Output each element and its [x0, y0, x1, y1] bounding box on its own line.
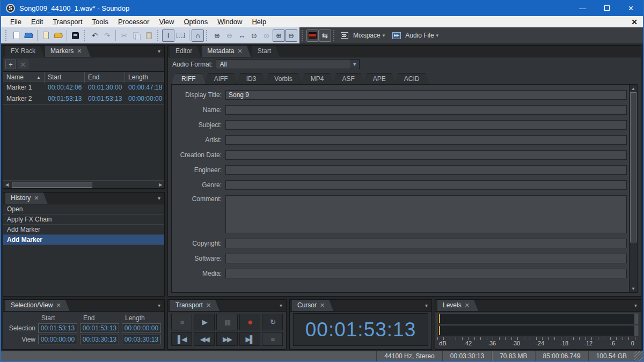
magnifier-button[interactable]: ⊙: [248, 29, 260, 42]
open-file-button[interactable]: [23, 29, 35, 42]
resize-grip[interactable]: [634, 351, 643, 361]
column-header-name[interactable]: Name▲: [3, 72, 45, 83]
software-field[interactable]: [225, 254, 627, 263]
fit-width-button[interactable]: ↔: [236, 29, 248, 42]
toolbar-grip[interactable]: [157, 30, 160, 41]
tab-selection-view-close-icon[interactable]: ✕: [56, 302, 61, 308]
zoom-selection-button[interactable]: ⊕: [211, 29, 223, 42]
audio-format-select[interactable]: All ▾: [216, 59, 360, 69]
menu-options[interactable]: Options: [179, 16, 213, 27]
tab-levels-close-icon[interactable]: ✕: [465, 302, 470, 308]
toolbar-grip[interactable]: [5, 30, 8, 41]
play-button[interactable]: ▶: [194, 314, 215, 330]
zoom-reset-button[interactable]: ⊙: [260, 29, 273, 42]
tab-history[interactable]: History✕: [5, 193, 48, 204]
maximize-button[interactable]: [595, 0, 619, 16]
tab-cursor-close-icon[interactable]: ✕: [320, 302, 325, 308]
column-header-length[interactable]: Length: [125, 72, 164, 83]
list-item[interactable]: Open: [3, 204, 164, 215]
tab-asf[interactable]: ASF: [332, 73, 364, 84]
scroll-down-icon[interactable]: ▼: [630, 285, 637, 292]
tab-id3[interactable]: ID3: [236, 73, 267, 84]
genre-field[interactable]: [225, 180, 627, 190]
cursor-panel-menu-icon[interactable]: ▾: [425, 302, 428, 308]
subject-field[interactable]: [225, 120, 627, 130]
stop-button[interactable]: ■: [171, 314, 192, 330]
go-to-end-button[interactable]: ▶▌: [239, 332, 260, 346]
selection-view-panel-menu-icon[interactable]: ▾: [158, 302, 160, 308]
audio-file-button[interactable]: ▶▶: [390, 29, 402, 42]
save-button[interactable]: [69, 29, 82, 42]
pause-button[interactable]: ▮▮: [216, 314, 237, 330]
record-button[interactable]: ●: [239, 314, 260, 330]
tab-riff[interactable]: RIFF: [171, 73, 206, 84]
audio-file-label[interactable]: Audio File: [405, 32, 434, 39]
tab-cursor[interactable]: Cursor✕: [292, 300, 333, 311]
artist-field[interactable]: [225, 135, 627, 145]
mixspace-label[interactable]: Mixspace: [353, 32, 380, 39]
tab-transport[interactable]: Transport✕: [170, 300, 219, 311]
scrollbar-thumb[interactable]: [12, 182, 92, 188]
copyright-field[interactable]: [225, 239, 627, 248]
toolbar-grip[interactable]: [302, 30, 304, 41]
copy-button[interactable]: [130, 29, 143, 42]
stop-secondary-button[interactable]: ■: [262, 332, 283, 346]
scrollbar-track[interactable]: [630, 92, 637, 285]
menu-processor[interactable]: Processor: [113, 16, 155, 27]
fast-forward-button[interactable]: ▶▶: [216, 332, 237, 346]
scroll-up-icon[interactable]: ▲: [630, 85, 637, 92]
vertical-scrollbar[interactable]: ▲ ▼: [629, 85, 637, 292]
view-length-field[interactable]: 00:03:30:13: [122, 335, 161, 344]
table-row[interactable]: Marker 1 00:00:42:06 00:01:30:00 00:00:4…: [3, 82, 164, 93]
spectrum-view-button[interactable]: [306, 29, 319, 42]
ibeam-tool-button[interactable]: I: [162, 29, 174, 42]
menu-transport[interactable]: Transport: [48, 16, 87, 27]
transport-panel-menu-icon[interactable]: ▾: [280, 302, 282, 308]
levels-panel-menu-icon[interactable]: ▾: [634, 302, 637, 308]
list-item-selected[interactable]: Add Marker: [3, 235, 164, 245]
rewind-button[interactable]: ◀◀: [194, 332, 215, 346]
swap-channels-button[interactable]: ⇆: [319, 29, 331, 42]
horizontal-scrollbar[interactable]: ◀ ▶: [3, 180, 164, 188]
tab-metadata-close-icon[interactable]: ✕: [237, 48, 242, 54]
tab-selection-view[interactable]: Selection/View✕: [5, 300, 70, 311]
snap-button[interactable]: ∩: [192, 29, 204, 42]
undo-button[interactable]: ↶: [89, 29, 101, 42]
list-item[interactable]: Add Marker: [3, 225, 164, 235]
tab-transport-close-icon[interactable]: ✕: [206, 302, 211, 308]
zoom-out-selection-button[interactable]: ⊖: [223, 29, 236, 42]
view-start-field[interactable]: 00:00:00:00: [38, 335, 77, 344]
add-marker-button[interactable]: +: [5, 60, 16, 69]
tab-metadata[interactable]: Metadata✕: [202, 46, 251, 57]
minimize-button[interactable]: —: [570, 0, 595, 16]
view-end-field[interactable]: 00:03:30:13: [80, 335, 119, 344]
toolbar-grip[interactable]: [84, 30, 86, 41]
menu-edit[interactable]: Edit: [26, 16, 48, 27]
menu-tools[interactable]: Tools: [87, 16, 113, 27]
toolbar-grip[interactable]: [333, 30, 336, 41]
tab-markers[interactable]: Markers✕: [45, 46, 91, 57]
cut-button[interactable]: ✂: [118, 29, 130, 42]
tab-ape[interactable]: APE: [363, 73, 396, 84]
tab-editor[interactable]: Editor: [170, 46, 201, 57]
scrollbar-track[interactable]: [11, 181, 157, 188]
scroll-right-icon[interactable]: ▶: [157, 182, 164, 187]
loop-button[interactable]: ↻: [262, 314, 283, 330]
new-file-button[interactable]: [10, 29, 23, 42]
engineer-field[interactable]: [225, 165, 627, 175]
list-item[interactable]: Apply FX Chain: [3, 215, 164, 225]
paste-button[interactable]: [143, 29, 155, 42]
menu-help[interactable]: Help: [247, 16, 271, 27]
tab-aiff[interactable]: AIFF: [204, 73, 238, 84]
selection-length-field[interactable]: 00:00:00:00: [122, 323, 161, 333]
column-header-start[interactable]: Start: [45, 72, 85, 83]
toolbar-grip[interactable]: [206, 30, 209, 41]
display-title-field[interactable]: [225, 90, 627, 100]
media-field[interactable]: [225, 269, 627, 278]
tab-history-close-icon[interactable]: ✕: [34, 195, 39, 201]
tab-vorbis[interactable]: Vorbis: [264, 73, 302, 84]
audio-file-dropdown-icon[interactable]: ▾: [436, 33, 439, 38]
tab-markers-close-icon[interactable]: ✕: [77, 48, 82, 54]
new-project-button[interactable]: [40, 29, 52, 42]
menu-view[interactable]: View: [154, 16, 179, 27]
